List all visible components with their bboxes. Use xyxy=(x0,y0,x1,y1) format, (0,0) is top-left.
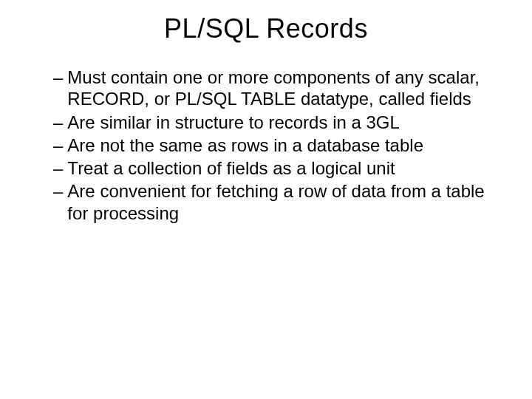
bullet-list: – Must contain one or more components of… xyxy=(0,66,532,224)
bullet-text: Must contain one or more components of a… xyxy=(67,66,495,110)
list-item: – Treat a collection of fields as a logi… xyxy=(53,157,495,179)
list-item: – Must contain one or more components of… xyxy=(53,66,495,110)
bullet-text: Are similar in structure to records in a… xyxy=(67,112,495,133)
list-item: – Are similar in structure to records in… xyxy=(53,112,495,133)
list-item: – Are not the same as rows in a database… xyxy=(53,134,495,156)
slide-container: PL/SQL Records – Must contain one or mor… xyxy=(0,13,532,399)
page-title: PL/SQL Records xyxy=(0,13,532,44)
bullet-text: Are not the same as rows in a database t… xyxy=(67,134,495,156)
bullet-dash: – xyxy=(53,66,63,88)
bullet-text: Treat a collection of fields as a logica… xyxy=(67,157,495,179)
bullet-dash: – xyxy=(53,157,63,179)
bullet-dash: – xyxy=(53,134,63,156)
bullet-text: Are convenient for fetching a row of dat… xyxy=(67,180,495,224)
bullet-dash: – xyxy=(53,112,63,133)
bullet-dash: – xyxy=(53,180,63,202)
list-item: – Are convenient for fetching a row of d… xyxy=(53,180,495,224)
